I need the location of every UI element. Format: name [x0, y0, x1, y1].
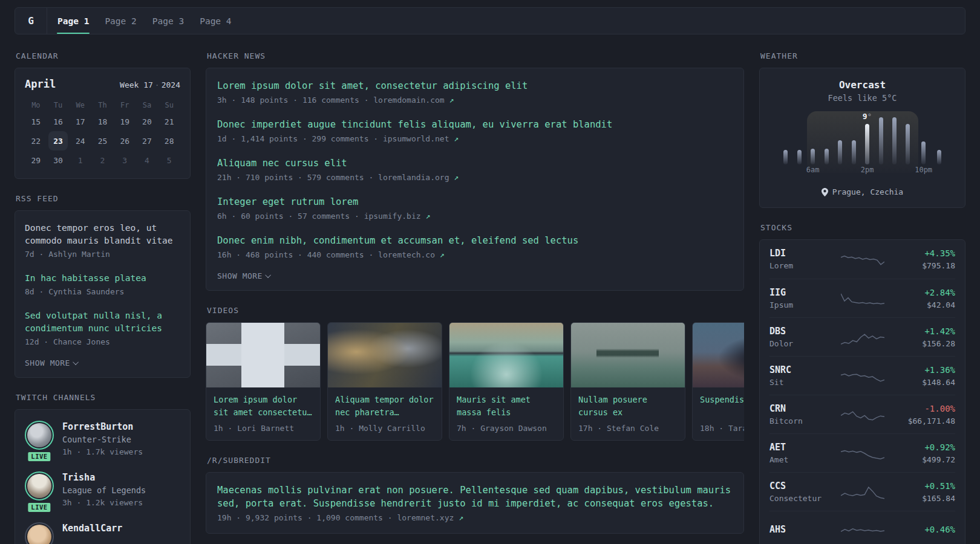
temp-bar-slot: · [901, 117, 915, 176]
temp-bar-slot: · [833, 117, 846, 176]
calendar-day: 5 [158, 151, 180, 170]
location-pin-icon [822, 188, 828, 196]
tab-page-1[interactable]: Page 1 [50, 8, 97, 34]
twitch-channel-row[interactable]: LIVE Trisha League of Legends 3h · 1.2k … [25, 471, 180, 509]
hour-label: 10pm [915, 166, 932, 176]
rss-item-link[interactable]: Sed volutpat nulla nisl, a condimentum n… [25, 309, 180, 335]
channel-viewers: 1h · 1.7k viewers [62, 446, 143, 458]
calendar-weekday-row: Mo Tu We Th Fr Sa Su [25, 101, 180, 109]
weekday-label: Tu [47, 101, 70, 109]
news-title-link[interactable]: Integer eget rutrum lorem [217, 195, 733, 209]
news-meta: 3h · 148 points · 116 comments · loremdo… [217, 94, 733, 106]
video-title-link[interactable]: Suspendisse diam [700, 393, 744, 419]
calendar-day: 4 [136, 151, 158, 170]
video-meta: 17h · Stefan Cole [578, 424, 678, 433]
weekday-label: Th [91, 101, 114, 109]
news-title-link[interactable]: Lorem ipsum dolor sit amet, consectetur … [217, 79, 733, 92]
weather-widget: WEATHER Overcast Feels like 5°C ··6am···… [759, 51, 965, 208]
stock-values: +4.35% $795.18 [884, 248, 956, 271]
calendar-day: 29 [25, 151, 47, 170]
calendar-day: 3 [114, 151, 136, 170]
news-meta-text: 3h · 148 points · 116 comments · loremdo… [217, 96, 445, 105]
left-column: CALENDAR April Week 17·2024 Mo Tu We Th … [15, 51, 191, 544]
app-logo[interactable]: G [15, 8, 47, 34]
temp-bars: ··6am···9°2pm···10pm· [779, 117, 946, 176]
stock-values: +0.92% $499.72 [884, 442, 956, 465]
stock-change: +1.36% [884, 364, 956, 375]
calendar-day: 17 [69, 112, 91, 131]
stock-id: AET Amet [769, 442, 841, 465]
avatar [25, 421, 54, 450]
tab-page-4[interactable]: Page 4 [192, 8, 239, 34]
stock-row: AHS +0.46% [769, 511, 955, 544]
temp-bar-slot: · [847, 117, 860, 176]
stock-name: Sit [769, 378, 841, 387]
video-card[interactable]: Nullam posuere cursus ex 17h · Stefan Co… [570, 322, 685, 441]
temp-bar-slot: · [820, 117, 833, 176]
news-title-link[interactable]: Aliquam nec cursus elit [217, 157, 733, 170]
stock-row: CRN Bitcorn -1.00% $66,171.48 [769, 395, 955, 433]
avatar-wrap: LIVE [25, 421, 54, 458]
twitch-widget: TWITCH CHANNELS LIVE ForrestBurton Count… [15, 393, 191, 544]
external-link-icon: ↗ [440, 250, 445, 259]
rss-show-more-button[interactable]: SHOW MORE [25, 358, 79, 368]
channel-game: Counter-Strike [62, 433, 143, 446]
stock-price: $148.64 [884, 378, 956, 387]
stock-row: LDI Lorem +4.35% $795.18 [769, 240, 955, 279]
calendar-day: 1 [69, 151, 91, 170]
video-meta: 18h · Tara [700, 424, 744, 433]
video-title-link[interactable]: Mauris sit amet massa felis [457, 393, 556, 419]
reddit-widget: /R/SUBREDDIT Maecenas mollis pulvinar er… [206, 456, 744, 534]
video-body: Suspendisse diam 18h · Tara [693, 387, 744, 440]
stock-price: $66,171.48 [884, 416, 956, 426]
news-item: Lorem ipsum dolor sit amet, consectetur … [217, 79, 733, 106]
video-title-link[interactable]: Lorem ipsum dolor sit amet consectetu… [214, 393, 313, 419]
reddit-post-title-link[interactable]: Maecenas mollis pulvinar erat non posuer… [217, 484, 733, 510]
channel-info: ForrestBurton Counter-Strike 1h · 1.7k v… [62, 421, 143, 458]
video-title-link[interactable]: Nullam posuere cursus ex [578, 393, 678, 419]
middle-column: HACKER NEWS Lorem ipsum dolor sit amet, … [206, 51, 744, 544]
calendar-day-grid: 1516171819202122232425262728293012345 [25, 112, 180, 170]
sparkline-chart [841, 367, 884, 385]
external-link-icon: ↗ [425, 212, 430, 221]
video-body: Nullam posuere cursus ex 17h · Stefan Co… [571, 387, 685, 440]
tab-page-3[interactable]: Page 3 [145, 8, 192, 34]
videos-widget: VIDEOS Lorem ipsum dolor sit amet consec… [206, 306, 744, 441]
channel-info: Trisha League of Legends 3h · 1.2k viewe… [62, 471, 146, 509]
weekday-label: We [69, 101, 91, 109]
show-more-label: SHOW MORE [217, 271, 263, 280]
twitch-section-title: TWITCH CHANNELS [16, 393, 191, 402]
rss-section-title: RSS FEED [16, 194, 191, 203]
video-thumbnail [571, 323, 685, 387]
temp-bar [937, 150, 941, 164]
calendar-day: 19 [114, 112, 136, 131]
stock-values: +0.46% [884, 524, 956, 537]
news-title-link[interactable]: Donec imperdiet augue tincidunt felis al… [217, 118, 733, 131]
tab-page-2[interactable]: Page 2 [97, 8, 144, 34]
stock-price: $156.28 [884, 339, 956, 349]
hackernews-show-more-button[interactable]: SHOW MORE [217, 271, 271, 280]
video-title-link[interactable]: Aliquam tempor dolor nec pharetra… [335, 393, 434, 419]
sparkline-chart [841, 328, 884, 346]
twitch-channel-row[interactable]: KendallCarr [25, 522, 180, 544]
stock-values: -1.00% $66,171.48 [884, 403, 956, 426]
twitch-channel-row[interactable]: LIVE ForrestBurton Counter-Strike 1h · 1… [25, 421, 180, 458]
video-card[interactable]: Suspendisse diam 18h · Tara [692, 322, 744, 441]
calendar-day: 30 [47, 151, 70, 170]
video-card[interactable]: Lorem ipsum dolor sit amet consectetu… 1… [206, 322, 321, 441]
temp-bar [825, 149, 829, 164]
avatar-wrap [25, 522, 54, 544]
temp-bar-slot: · [779, 117, 792, 176]
rss-item-link[interactable]: In hac habitasse platea [25, 272, 180, 285]
video-card[interactable]: Aliquam tempor dolor nec pharetra… 1h · … [327, 322, 442, 441]
news-title-link[interactable]: Donec enim nibh, condimentum et accumsan… [217, 234, 733, 247]
weekday-label: Su [158, 101, 180, 109]
video-body: Lorem ipsum dolor sit amet consectetu… 1… [206, 387, 320, 440]
stock-id: CRN Bitcorn [769, 403, 841, 426]
temp-bar [879, 117, 883, 164]
show-more-label: SHOW MORE [25, 358, 70, 368]
twitch-card: LIVE ForrestBurton Counter-Strike 1h · 1… [15, 409, 191, 544]
video-card[interactable]: Mauris sit amet massa felis 7h · Grayson… [449, 322, 564, 441]
video-body: Aliquam tempor dolor nec pharetra… 1h · … [328, 387, 442, 440]
rss-item-link[interactable]: Donec tempor eros leo, ut commodo mauris… [25, 222, 180, 247]
